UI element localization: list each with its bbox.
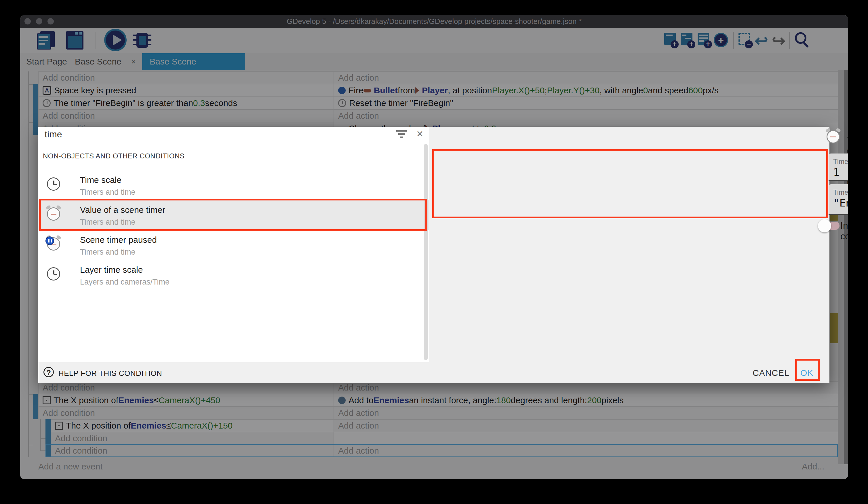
- invert-condition-label: Invert condition: [840, 220, 848, 242]
- field-label: Timer's name: [833, 188, 848, 196]
- help-link[interactable]: HELP FOR THIS CONDITION: [59, 369, 162, 378]
- condition-item-subtitle: Timers and time: [80, 248, 136, 256]
- divider: [38, 142, 429, 142]
- alarm-pause-face: [47, 237, 60, 251]
- condition-item-scene-timer-paused[interactable]: Scene timer pausedTimers and time: [38, 230, 429, 260]
- condition-item-title: Layer time scale: [80, 265, 143, 275]
- close-icon[interactable]: ×: [414, 128, 426, 139]
- condition-list-pane: time × NON-OBJECTS AND OTHER CONDITIONS …: [38, 127, 429, 362]
- screen: GDevelop 5 - /Users/dkarakay/Documents/G…: [0, 0, 868, 504]
- filter-icon[interactable]: [395, 129, 408, 140]
- invert-toggle-thumb[interactable]: [818, 219, 831, 232]
- param-field-timer-name[interactable]: Timer's name"EnemyFire": [829, 184, 848, 215]
- alarm-pause-icon: [47, 237, 62, 252]
- scrollbar[interactable]: [424, 144, 428, 360]
- search-input[interactable]: time: [45, 129, 62, 140]
- clock-icon: [47, 178, 62, 192]
- app-window: GDevelop 5 - /Users/dkarakay/Documents/G…: [20, 15, 848, 479]
- field-label: Time in seconds: [833, 158, 848, 165]
- annotation-fields: [432, 149, 828, 218]
- alarm-clock-icon: [827, 130, 840, 143]
- clock-icon: [47, 267, 62, 282]
- condition-item-title: Scene timer paused: [80, 235, 157, 245]
- param-field-time-in-seconds[interactable]: Time in seconds1: [829, 153, 848, 181]
- condition-item-subtitle: Layers and cameras/Time: [80, 278, 169, 286]
- condition-item-time-scale[interactable]: Time scaleTimers and time: [38, 170, 429, 200]
- clock-face: [47, 267, 60, 281]
- annotation-selected-item: [39, 199, 427, 231]
- condition-item-subtitle: Timers and time: [80, 188, 136, 197]
- field-value[interactable]: "EnemyFire": [833, 197, 848, 209]
- cancel-button[interactable]: CANCEL: [753, 368, 789, 378]
- section-header: NON-OBJECTS AND OTHER CONDITIONS: [43, 152, 185, 160]
- clock-face: [47, 178, 60, 191]
- condition-item-layer-time-scale[interactable]: Layer time scaleLayers and cameras/Time: [38, 260, 429, 290]
- condition-item-title: Time scale: [80, 175, 122, 185]
- pause-badge-icon: [45, 236, 54, 245]
- choose-condition-dialog: time × NON-OBJECTS AND OTHER CONDITIONS …: [38, 127, 829, 383]
- dialog-footer: ? HELP FOR THIS CONDITION CANCEL OK: [38, 362, 829, 383]
- help-icon[interactable]: ?: [43, 367, 54, 377]
- annotation-ok: [795, 359, 820, 381]
- field-value[interactable]: 1: [833, 166, 839, 178]
